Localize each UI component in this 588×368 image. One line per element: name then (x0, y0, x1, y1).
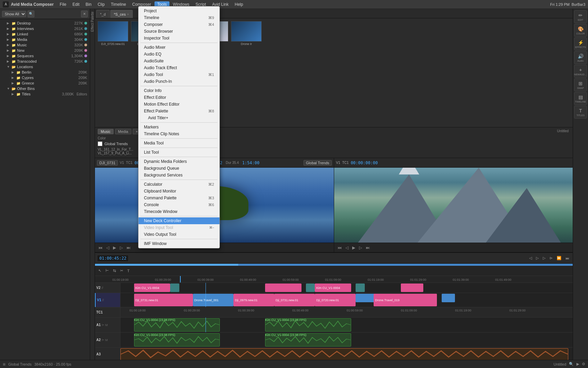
play-btn[interactable]: ▶ (112, 245, 117, 251)
menu-file[interactable]: File (57, 1, 69, 7)
menu-timeline[interactable]: Timeline (108, 1, 129, 7)
bin-item-music[interactable]: ▶ 📁 Music 320K (0, 42, 90, 48)
tl-clip-dji0731[interactable]: DjI_0731.new.01 (134, 294, 193, 306)
menu-composer[interactable]: Composer⌘4 (138, 21, 219, 28)
tl-clip-dji0731b[interactable]: Dji_0731.new.01 (274, 294, 315, 306)
go-to-end-btn[interactable]: ⏭ (125, 245, 132, 251)
statusbar-search-icon[interactable]: 🔍 (569, 362, 574, 366)
step-back-btn[interactable]: ◁ (105, 245, 111, 251)
hamburger-icon[interactable]: ≡ (3, 362, 5, 367)
menu-color-info[interactable]: Color Info (138, 87, 219, 94)
menu-audio-tool[interactable]: Audio Tool⌘1 (138, 71, 219, 78)
bin-group-other[interactable]: ▼ 📂 Other Bins (0, 86, 90, 91)
menu-video-output[interactable]: Video Output Tool (138, 231, 219, 238)
menu-audio-mixer[interactable]: Audio Mixer (138, 44, 219, 51)
tl-tool-trim[interactable]: ⊢ (104, 268, 110, 273)
bin-item-transcoded[interactable]: ▶ 📁 Transcoded 726K (0, 59, 90, 64)
menu-bg-services[interactable]: Background Services (138, 172, 219, 179)
tl-btn-fast[interactable]: ⏩ (555, 256, 563, 261)
bin-group-locations[interactable]: ▼ 📂 Locations (0, 64, 90, 70)
tl-btn-in[interactable]: ◁ (528, 256, 533, 261)
menu-help[interactable]: Help (232, 1, 246, 7)
tl-clip-kimcu2[interactable] (265, 283, 301, 292)
bin-item-berlin[interactable]: ▶ 📁 Berlin 209K (0, 70, 90, 75)
statusbar-settings-icon[interactable]: ⚙ (582, 362, 585, 366)
smap-panel-btn[interactable]: ⊞ SMAP (574, 78, 587, 91)
rm-go-end-btn[interactable]: ⏭ (364, 245, 371, 251)
newaud-panel-btn[interactable]: + NEWAUD… (574, 65, 587, 78)
menu-timecode-window[interactable]: Timecode Window (138, 208, 219, 215)
statusbar-play-icon[interactable]: ▶ (576, 362, 579, 366)
menu-new-deck-controller[interactable]: New Deck Controller (138, 217, 219, 224)
tl-clip-kimcu3[interactable]: Kim CU_V1-0004 (315, 283, 351, 292)
tl-tool-razor[interactable]: ✂ (119, 268, 125, 273)
menu-timeline-tool[interactable]: Timeline⌘9 (138, 14, 219, 21)
menu-list-tool[interactable]: List Tool (138, 149, 219, 156)
menu-timeline-clip-notes[interactable]: Timeline Clip Notes (138, 131, 219, 137)
menu-audiosuite[interactable]: AudioSuite (138, 58, 219, 64)
timeline-panel-btn[interactable]: ▤ TIMELINE (574, 92, 587, 105)
tl-clip-drone001[interactable]: Drone.Travel_001 (193, 294, 234, 306)
bin-item-sequences[interactable]: ▶ 📁 Sequeces 1,304K (0, 53, 90, 59)
bin-item-media[interactable]: ▶ 📁 Media 304K (0, 37, 90, 42)
bin-item-greece[interactable]: ▶ 📁 Greece 209K (0, 80, 90, 86)
tl-btn-play[interactable]: ▷ (535, 256, 540, 261)
rm-step-back-btn[interactable]: ◁ (344, 245, 350, 251)
tl-btn-step[interactable]: ⊳ (548, 256, 554, 261)
menu-markers[interactable]: Markers (138, 124, 219, 131)
thumbnail-dji0720[interactable]: DJI_0720.new.01 (98, 21, 128, 46)
track-content-tc1[interactable]: 01:00:19:00 01:00:29:00 01:00:39:00 01:0… (120, 307, 573, 317)
tl-clip-dji0720[interactable]: Dji_0720.new.01 (315, 294, 356, 306)
menu-audio-track-effect[interactable]: Audio Track Effect (138, 64, 219, 71)
tl-tool-arrow[interactable]: ↖ (97, 268, 103, 273)
tab-music[interactable]: Music (98, 129, 114, 134)
menu-command-palette[interactable]: Command Palette⌘3 (138, 195, 219, 201)
menu-inspector[interactable]: Inspector Tool (138, 35, 219, 42)
menu-project[interactable]: Project (138, 7, 219, 14)
show-all-select[interactable]: Show All (2, 11, 26, 17)
tl-btn-end[interactable]: ⏭ (564, 256, 571, 261)
menu-clip[interactable]: Clip (95, 1, 108, 7)
menu-audio-eq[interactable]: Audio EQ (138, 51, 219, 58)
bin-item-titles[interactable]: ▶ 📁 Titles 3,000K Editors (0, 91, 90, 97)
bin-item-desktop[interactable]: ▶ 📁 Desktop 227K (0, 20, 90, 26)
titles-panel-btn[interactable]: T TITLES (574, 106, 587, 119)
effects-panel-btn[interactable]: ⚡ EFFECTS (574, 37, 587, 50)
menu-media-tool[interactable]: Media Tool (138, 140, 219, 147)
track-content-a3[interactable] (120, 348, 573, 361)
step-fwd-btn[interactable]: ▷ (118, 245, 124, 251)
tab-2[interactable]: *S_ces × (110, 10, 133, 18)
tl-clip-ts2[interactable] (306, 283, 315, 292)
menu-avid-titler[interactable]: Avid Titler+ (138, 114, 219, 121)
bin-item-interviews[interactable]: ▶ 📁 Interviews 261K (0, 26, 90, 31)
thumbnail-drone-ir[interactable]: Drone Ir (231, 21, 262, 46)
menu-console[interactable]: Console⌘6 (138, 201, 219, 208)
rm-go-start-btn[interactable]: ⏮ (336, 245, 343, 251)
tl-clip-dji0979[interactable]: Dji_0979.new.01 (233, 294, 274, 306)
audio-panel-btn[interactable]: 🔊 AudIo (574, 51, 587, 64)
track-content-v2[interactable]: Kim CU_V1-0004 Kim CU_V1-0004 (120, 283, 573, 293)
a3-clip[interactable] (120, 348, 568, 360)
tl-clip-drone-s2[interactable] (442, 294, 455, 302)
search-btn[interactable]: 🔍 (28, 11, 34, 17)
menu-imf-window[interactable]: IMF Window (138, 240, 219, 247)
bin-item-cypres[interactable]: ▶ 📁 Cypres 209K (0, 75, 90, 80)
tl-clip-ts3[interactable] (356, 283, 365, 292)
menu-effect-palette[interactable]: Effect Palette⌘8 (138, 108, 219, 114)
tl-tool-slip[interactable]: ⇆ (112, 268, 117, 273)
bin-item-new[interactable]: ▶ 📁 New 209K (0, 48, 90, 53)
tl-tool-text[interactable]: T (126, 269, 131, 273)
tl-clip-kimcu1[interactable]: Kim CU_V1-0004 (134, 283, 170, 292)
menu-clipboard[interactable]: Clipboard Monitor (138, 188, 219, 195)
color-panel-btn[interactable]: 🎨 COLOR (574, 24, 587, 37)
menu-motion-effect[interactable]: Motion Effect Editor (138, 101, 219, 108)
edit-panel-btn[interactable]: ✏ EDIT (574, 10, 587, 23)
rm-play-btn[interactable]: ▶ (351, 245, 357, 251)
menu-dynamic-media[interactable]: Dynamic Media Folders (138, 158, 219, 165)
menu-audio-punch[interactable]: Audio Punch-In (138, 78, 219, 85)
menu-edit[interactable]: Edit (70, 1, 82, 7)
close-btn[interactable]: ✕ (81, 11, 88, 17)
menu-source-browser[interactable]: Source Browser (138, 28, 219, 35)
track-content-a2[interactable]: Kim CU_V1-0004 (23.98 FPS) Kim CU_V1-000… (120, 333, 573, 347)
menu-calculator[interactable]: Calculator⌘2 (138, 181, 219, 188)
